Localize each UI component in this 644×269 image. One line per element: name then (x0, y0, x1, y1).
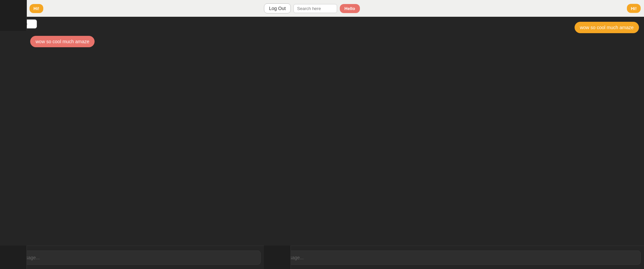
left-message-input[interactable] (12, 251, 261, 265)
app-container: Log Out Hi! wow so cool much amaze ⚙ Log… (0, 0, 644, 269)
left-search-row (0, 17, 264, 31)
right-hello-button[interactable]: Hello (340, 4, 360, 13)
right-chat-body: wow so cool much amaze (264, 17, 644, 246)
right-search-input[interactable] (293, 4, 337, 13)
right-chat-footer: ⚙ (264, 246, 644, 269)
left-chat-footer: ⚙ (0, 246, 264, 269)
right-sent-message: wow so cool much amaze (575, 22, 639, 33)
right-top-header: Log Out Hello Hi! (264, 0, 644, 17)
left-chat-body: wow so cool much amaze (0, 31, 264, 246)
left-received-message: wow so cool much amaze (30, 36, 95, 47)
left-panel: Log Out Hi! wow so cool much amaze ⚙ (0, 0, 264, 269)
right-hi-button[interactable]: Hi! (627, 4, 641, 13)
right-message-input[interactable] (276, 251, 641, 265)
right-logout-button[interactable]: Log Out (264, 3, 291, 13)
left-hi-button[interactable]: Hi! (30, 4, 43, 13)
right-panel: Log Out Hello Hi! wow so cool much amaze… (264, 0, 644, 269)
left-top-header: Log Out Hi! (0, 0, 264, 17)
